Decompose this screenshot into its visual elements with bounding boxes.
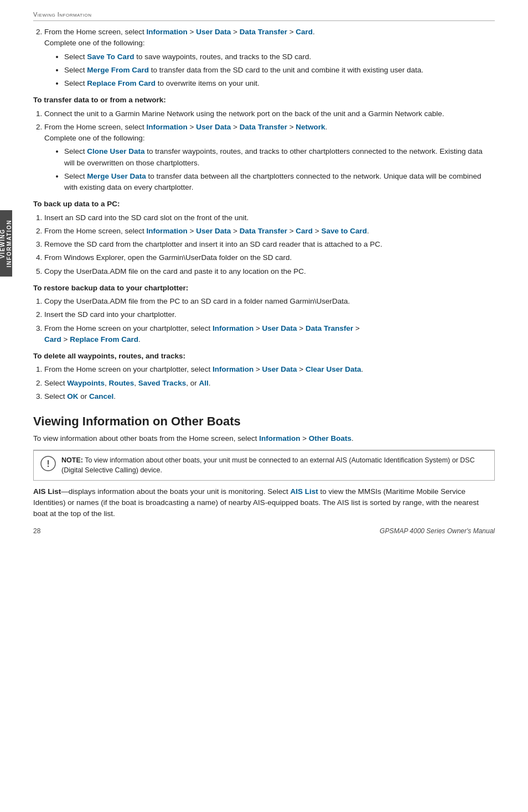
note-box: ! NOTE: To view information about other … [33, 450, 495, 480]
list-item: Select Save To Card to save waypoints, r… [64, 51, 495, 63]
svg-text:!: ! [46, 459, 50, 469]
list-item: Copy the UserData.ADM file on the card a… [44, 266, 495, 277]
step2-nav: Information [147, 28, 188, 36]
page-header: Viewing Information [33, 10, 495, 21]
sidebar-tab-label: VIEWINGINFORMATION [0, 220, 13, 267]
network-heading: To transfer data to or from a network: [33, 95, 495, 106]
merge-user-data: Merge User Data [87, 172, 146, 180]
network-steps: Connect the unit to a Garmin Marine Netw… [33, 108, 495, 194]
list-item: Select Waypoints, Routes, Saved Tracks, … [44, 378, 495, 389]
network-options-list: Select Clone User Data to transfer waypo… [44, 146, 495, 193]
merge-from-card: Merge From Card [87, 66, 149, 74]
list-item: Select Clone User Data to transfer waypo… [64, 146, 495, 169]
page-number: 28 [33, 527, 40, 535]
save-to-card: Save To Card [87, 53, 134, 61]
section-intro: To view information about other boats fr… [33, 433, 495, 444]
list-item: From the Home screen, select Information… [44, 226, 495, 237]
list-item: Insert an SD card into the SD card slot … [44, 212, 495, 223]
warning-icon: ! [40, 456, 56, 471]
manual-title: GPSMAP 4000 Series Owner's Manual [380, 527, 495, 535]
list-item: Copy the UserData.ADM file from the PC t… [44, 296, 495, 307]
step2-intro: From the Home screen, select [44, 28, 147, 36]
restore-steps: Copy the UserData.ADM file from the PC t… [33, 296, 495, 345]
list-item: Select Merge User Data to transfer data … [64, 171, 495, 194]
list-item: Select OK or Cancel. [44, 391, 495, 402]
page-footer: 28 GPSMAP 4000 Series Owner's Manual [33, 527, 495, 535]
backup-steps: Insert an SD card into the SD card slot … [33, 212, 495, 277]
ais-paragraph: AIS List—displays information about the … [33, 486, 495, 520]
page-wrapper: Viewing Information From the Home screen… [0, 0, 528, 545]
list-item: From the Home screen, select Information… [44, 27, 495, 89]
list-item: Connect the unit to a Garmin Marine Netw… [44, 108, 495, 119]
main-content: From the Home screen, select Information… [33, 27, 495, 519]
sidebar-tab: VIEWINGINFORMATION [0, 210, 12, 277]
delete-steps: From the Home screen on your chartplotte… [33, 364, 495, 402]
list-item: Insert the SD card into your chartplotte… [44, 309, 495, 320]
step2-complete: Complete one of the following: [44, 39, 145, 47]
backup-heading: To back up data to a PC: [33, 199, 495, 210]
note-text: NOTE: To view information about other bo… [61, 455, 488, 475]
list-item: From the Home screen on your chartplotte… [44, 323, 495, 346]
card-options-list: Select Save To Card to save waypoints, r… [44, 51, 495, 90]
list-item: Remove the SD card from the chartplotter… [44, 239, 495, 250]
replace-from-card: Replace From Card [87, 79, 156, 87]
list-item: From the Home screen, select Information… [44, 122, 495, 194]
list-item: Select Merge From Card to transfer data … [64, 65, 495, 76]
page-header-text: Viewing Information [33, 11, 91, 18]
clone-user-data: Clone User Data [87, 147, 144, 155]
list-item: From Windows Explorer, open the Garmin\U… [44, 252, 495, 263]
delete-heading: To delete all waypoints, routes, and tra… [33, 351, 495, 362]
list-item: From the Home screen on your chartplotte… [44, 364, 495, 375]
main-section-title: Viewing Information on Other Boats [33, 414, 495, 429]
restore-heading: To restore backup data to your chartplot… [33, 283, 495, 294]
list-item: Select Replace From Card to overwrite it… [64, 78, 495, 89]
